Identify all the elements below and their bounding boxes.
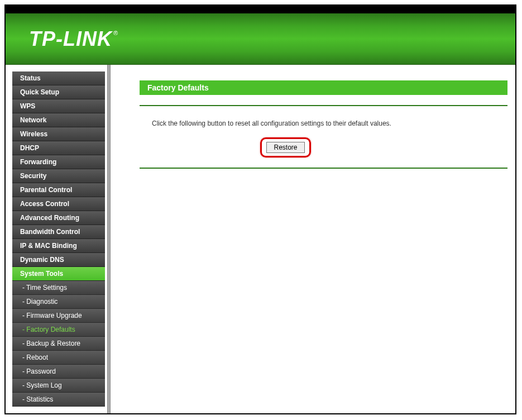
sidebar-item-dhcp[interactable]: DHCP xyxy=(12,141,105,155)
trademark-symbol: ® xyxy=(113,30,118,36)
sidebar-sub-factory-defaults[interactable]: - Factory Defaults xyxy=(12,323,105,337)
sidebar-nav: Status Quick Setup WPS Network Wireless … xyxy=(12,71,105,407)
instruction-text: Click the following button to reset all … xyxy=(140,116,507,135)
sidebar-sub-statistics[interactable]: - Statistics xyxy=(12,393,105,407)
sidebar-item-status[interactable]: Status xyxy=(12,71,105,85)
sidebar-sub-firmware-upgrade[interactable]: - Firmware Upgrade xyxy=(12,309,105,323)
sidebar-item-parental-control[interactable]: Parental Control xyxy=(12,183,105,197)
sidebar-sub-backup-restore[interactable]: - Backup & Restore xyxy=(12,337,105,351)
button-row: Restore xyxy=(140,135,507,166)
sidebar-item-quick-setup[interactable]: Quick Setup xyxy=(12,85,105,99)
sidebar-item-advanced-routing[interactable]: Advanced Routing xyxy=(12,211,105,225)
sidebar-item-ip-mac-binding[interactable]: IP & MAC Binding xyxy=(12,239,105,253)
sidebar-item-dynamic-dns[interactable]: Dynamic DNS xyxy=(12,253,105,267)
sidebar-sub-password[interactable]: - Password xyxy=(12,365,105,379)
main-content: Factory Defaults Click the following but… xyxy=(111,65,515,413)
header-banner: TP-LINK ® xyxy=(6,13,515,65)
brand-logo: TP-LINK ® xyxy=(29,27,118,51)
sidebar-item-wps[interactable]: WPS xyxy=(12,99,105,113)
sidebar-sub-system-log[interactable]: - System Log xyxy=(12,379,105,393)
page-title: Factory Defaults xyxy=(140,80,507,95)
sidebar-item-system-tools[interactable]: System Tools xyxy=(12,267,105,281)
separator-bottom xyxy=(140,168,507,169)
sidebar-item-network[interactable]: Network xyxy=(12,113,105,127)
restore-button[interactable]: Restore xyxy=(266,142,304,153)
brand-text: TP-LINK xyxy=(29,27,112,51)
sidebar-item-forwarding[interactable]: Forwarding xyxy=(12,155,105,169)
restore-highlight: Restore xyxy=(260,137,310,157)
sidebar-sub-diagnostic[interactable]: - Diagnostic xyxy=(12,295,105,309)
sidebar-item-wireless[interactable]: Wireless xyxy=(12,127,105,141)
sidebar-sub-time-settings[interactable]: - Time Settings xyxy=(12,281,105,295)
separator-top xyxy=(140,105,507,106)
window-topbar xyxy=(6,6,515,13)
sidebar-item-access-control[interactable]: Access Control xyxy=(12,197,105,211)
sidebar-sub-reboot[interactable]: - Reboot xyxy=(12,351,105,365)
sidebar-item-security[interactable]: Security xyxy=(12,169,105,183)
sidebar-item-bandwidth-control[interactable]: Bandwidth Control xyxy=(12,225,105,239)
